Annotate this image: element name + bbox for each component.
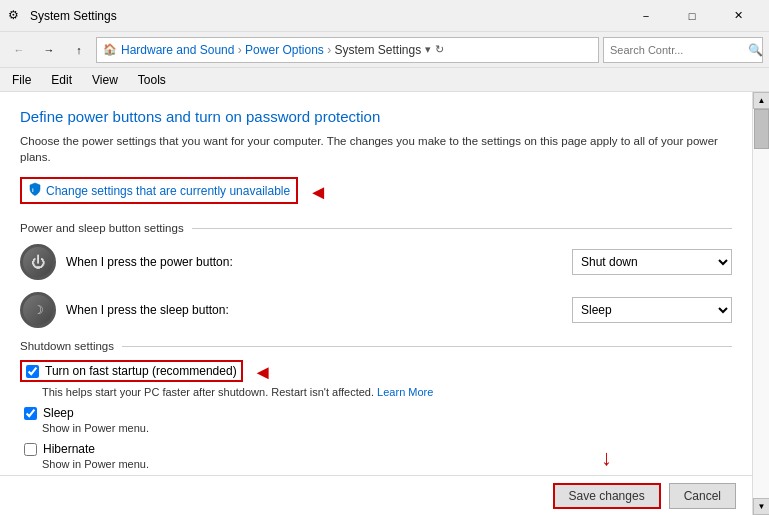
window-title: System Settings (30, 9, 623, 23)
arrow-annotation-1: ◄ (308, 181, 328, 204)
scrollbar: ▲ ▼ (752, 92, 769, 515)
fast-startup-row: Turn on fast startup (recommended) ◄ (20, 360, 732, 384)
arrow-annotation-2: ◄ (253, 361, 273, 384)
hibernate-checkbox-label: Hibernate (43, 442, 95, 456)
search-input[interactable] (610, 44, 748, 56)
forward-button[interactable]: → (36, 37, 62, 63)
window-controls: − □ ✕ (623, 0, 761, 32)
change-settings-link[interactable]: i Change settings that are currently una… (20, 177, 298, 204)
power-button-select[interactable]: Shut down Do nothing Sleep Hibernate Tur… (572, 249, 732, 275)
close-button[interactable]: ✕ (715, 0, 761, 32)
description: Choose the power settings that you want … (20, 133, 732, 165)
sleep-checkbox[interactable] (24, 407, 37, 420)
fast-startup-label: Turn on fast startup (recommended) (45, 364, 237, 378)
power-icon-symbol: ⏻ (31, 254, 45, 270)
sleep-button-select[interactable]: Sleep Do nothing Hibernate Shut down (572, 297, 732, 323)
dropdown-icon[interactable]: ▾ (425, 43, 431, 56)
search-bar: 🔍 (603, 37, 763, 63)
menu-edit[interactable]: Edit (47, 71, 76, 89)
page-title: Define power buttons and turn on passwor… (20, 108, 732, 125)
back-button[interactable]: ← (6, 37, 32, 63)
fast-startup-description: This helps start your PC faster after sh… (20, 386, 732, 398)
save-changes-button[interactable]: Save changes (553, 483, 661, 509)
up-button[interactable]: ↑ (66, 37, 92, 63)
menu-tools[interactable]: Tools (134, 71, 170, 89)
scroll-thumb[interactable] (754, 109, 769, 149)
app-icon: ⚙ (8, 8, 24, 24)
breadcrumb-sep2: › (327, 43, 334, 57)
cancel-button[interactable]: Cancel (669, 483, 736, 509)
hibernate-checkbox[interactable] (24, 443, 37, 456)
scroll-up-button[interactable]: ▲ (753, 92, 769, 109)
sleep-button-label: When I press the sleep button: (66, 303, 562, 317)
title-bar: ⚙ System Settings − □ ✕ (0, 0, 769, 32)
menu-view[interactable]: View (88, 71, 122, 89)
power-button-icon: ⏻ (20, 244, 56, 280)
menu-file[interactable]: File (8, 71, 35, 89)
menu-bar: File Edit View Tools (0, 68, 769, 92)
shield-icon: i (28, 182, 42, 199)
sleep-icon-symbol: ☽ (33, 303, 44, 317)
breadcrumb-sep1: › (238, 43, 245, 57)
minimize-button[interactable]: − (623, 0, 669, 32)
home-icon: 🏠 (103, 43, 117, 56)
breadcrumb-system: System Settings (335, 43, 422, 57)
hibernate-checkbox-row: Hibernate (20, 442, 732, 456)
bottom-bar: ↓ Save changes Cancel (0, 475, 752, 515)
breadcrumb-hardware[interactable]: Hardware and Sound (121, 43, 234, 57)
sleep-button-icon: ☽ (20, 292, 56, 328)
change-settings-row: i Change settings that are currently una… (20, 177, 732, 208)
fast-startup-checkbox-row: Turn on fast startup (recommended) (20, 360, 243, 382)
sleep-show-text: Show in Power menu. (20, 422, 732, 434)
learn-more-link[interactable]: Learn More (377, 386, 433, 398)
power-button-label: When I press the power button: (66, 255, 562, 269)
breadcrumb-power[interactable]: Power Options (245, 43, 324, 57)
search-icon: 🔍 (748, 43, 763, 57)
navigation-bar: ← → ↑ 🏠 Hardware and Sound › Power Optio… (0, 32, 769, 68)
shutdown-section-header: Shutdown settings (20, 340, 732, 352)
power-sleep-section-header: Power and sleep button settings (20, 222, 732, 234)
main-content: Define power buttons and turn on passwor… (0, 92, 769, 515)
shutdown-section-label: Shutdown settings (20, 340, 114, 352)
change-settings-label: Change settings that are currently unava… (46, 184, 290, 198)
power-button-row: ⏻ When I press the power button: Shut do… (20, 244, 732, 280)
hibernate-show-text: Show in Power menu. (20, 458, 732, 470)
refresh-icon[interactable]: ↻ (435, 43, 444, 56)
scroll-track (753, 109, 769, 498)
maximize-button[interactable]: □ (669, 0, 715, 32)
fast-startup-desc-text: This helps start your PC faster after sh… (42, 386, 374, 398)
address-bar: 🏠 Hardware and Sound › Power Options › S… (96, 37, 599, 63)
content-area: Define power buttons and turn on passwor… (0, 92, 752, 515)
power-sleep-section-label: Power and sleep button settings (20, 222, 184, 234)
sleep-button-row: ☽ When I press the sleep button: Sleep D… (20, 292, 732, 328)
sleep-checkbox-label: Sleep (43, 406, 74, 420)
scroll-down-button[interactable]: ▼ (753, 498, 769, 515)
fast-startup-checkbox[interactable] (26, 365, 39, 378)
breadcrumb: Hardware and Sound › Power Options › Sys… (121, 43, 421, 57)
sleep-checkbox-row: Sleep (20, 406, 732, 420)
arrow-annotation-3: ↓ (601, 445, 612, 471)
